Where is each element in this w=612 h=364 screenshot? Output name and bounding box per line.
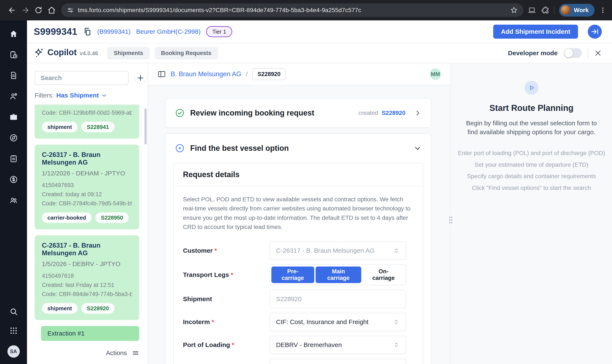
back-button[interactable] [6,4,19,17]
port-of-loading-value: DEBRV - Bremerhaven [276,341,342,349]
chevron-down-icon[interactable] [413,144,422,152]
select-chevrons-icon [393,319,400,325]
route-planning-title: Start Route Planning [451,103,612,113]
customer-select[interactable]: C-26317 - B. Braun Melsungen AG [270,241,406,260]
booking-card[interactable]: C-26317 - B. Braun Melsungen AG 1/12/202… [35,145,139,229]
booking-created: Created: today at 09:12 [42,191,132,198]
shipment-header: S9999341 (B9999341) Beurer GmbH(C-2998) … [27,20,612,43]
step-item: Click "Find vessel options" to start the… [457,184,606,192]
add-shipment-incident-button[interactable]: Add Shipment Incident [493,25,578,39]
actions-label: Actions [106,349,127,357]
task-title: Review incoming booking request [190,108,314,117]
find-vessel-task: Find the best vessel option Request deta… [165,133,431,364]
browser-menu-icon[interactable] [599,7,606,14]
breadcrumb-shipment-badge[interactable]: S228920 [253,68,286,80]
extraction-item[interactable]: Extraction #1 [41,326,139,341]
chevron-right-icon[interactable] [414,109,422,117]
sidebar-item-documents[interactable] [9,71,18,80]
panel-resize-handle[interactable] [448,214,454,225]
app-sidebar: SA [0,20,27,364]
sidebar-item-home[interactable] [9,29,18,38]
route-planning-intro: Begin by filling out the vessel selectio… [462,119,600,137]
vessel-task-header[interactable]: Find the best vessel option [166,134,431,162]
add-booking-request-button[interactable] [135,72,146,83]
sidebar-item-tasks[interactable] [9,154,18,163]
actions-row[interactable]: Actions [35,349,139,357]
plus-icon [137,74,144,81]
site-settings-icon[interactable] [67,7,74,14]
port-of-destination-select[interactable]: JPTYO - Tokyo [270,359,406,364]
media-device-icon[interactable] [528,6,536,14]
status-tag: shipment [42,303,78,314]
in-progress-icon [175,143,185,153]
forward-button[interactable] [19,4,32,17]
sidebar-item-finance[interactable] [9,175,18,184]
bookmark-star-icon[interactable] [510,6,518,14]
created-label: created [358,110,378,116]
close-icon[interactable] [594,49,602,57]
review-booking-task[interactable]: Review incoming booking request created … [165,98,431,128]
created-shipment-link[interactable]: S228920 [382,110,405,116]
step-item: Set your estimated time of departure (ET… [457,161,606,169]
url-text[interactable]: tms.forto.com/shipments/S9999341/documen… [78,7,510,13]
url-bar[interactable]: tms.forto.com/shipments/S9999341/documen… [61,3,523,17]
copy-icon[interactable] [83,27,92,36]
assignee-avatar[interactable]: MM [430,68,441,80]
incoterm-value: CIF: Cost, Insurance and Freight [276,318,369,325]
reload-icon [34,6,42,14]
sidebar-item-workspace[interactable] [9,113,18,121]
pre-carriage-button[interactable]: Pre-carriage [271,267,314,283]
route-planning-panel: Start Route Planning Begin by filling ou… [451,63,612,364]
browser-actions: Work [528,4,607,17]
scrollbar-thumb[interactable] [145,108,147,144]
on-carriage-button[interactable]: On-carriage [362,267,404,283]
booking-created: Created: last Friday at 12:51 [42,282,132,288]
breadcrumb-company-link[interactable]: B. Braun Melsungen AG [171,70,241,78]
main-carriage-button[interactable]: Main carriage [316,267,361,283]
port-of-loading-select[interactable]: DEBRV - Bremerhaven [270,336,406,354]
booking-link[interactable]: (B9999341) [97,28,131,35]
sidebar-search[interactable] [9,307,18,316]
filter-has-shipment[interactable]: Has Shipment [56,92,107,99]
home-button[interactable] [45,4,58,17]
compass-icon [9,134,18,142]
panel-toggle-icon[interactable] [158,70,166,78]
transport-legs-group: Pre-carriage Main carriage On-carriage [270,264,406,285]
reload-button[interactable] [32,4,45,17]
extensions-icon[interactable] [541,6,549,14]
incoterm-select[interactable]: CIF: Cost, Insurance and Freight [270,313,406,331]
collapse-panel-button[interactable] [588,25,602,39]
shipment-tag: S228950 [95,212,129,223]
shipment-input[interactable] [270,290,406,308]
tab-shipments[interactable]: Shipments [107,47,149,59]
required-marker: * [232,341,234,348]
browser-profile-button[interactable]: Work [559,4,595,17]
search-input[interactable] [35,71,129,85]
booking-card[interactable]: Code: CBR-129bbf9f-00d2-5969-ab5c-... sh… [35,105,139,139]
sidebar-item-operations[interactable] [9,92,18,101]
booking-ref: 4150497693 [42,182,132,189]
check-circle-icon [175,108,185,118]
booking-title: C-26317 - B. Braun Melsungen AG [42,151,132,166]
customer-value: C-26317 - B. Braun Melsungen AG [276,247,375,254]
tab-booking-requests[interactable]: Booking Requests [155,47,218,59]
toggle-knob [564,49,573,57]
request-details-title: Request details [173,163,423,186]
sidebar-item-explore[interactable] [9,133,18,142]
sidebar-item-pending-tasks[interactable] [9,50,18,59]
booking-card[interactable]: C-26317 - B. Braun Melsungen AG 1/5/2026… [35,235,139,320]
status-tag: shipment [42,122,78,132]
task-title: Find the best vessel option [190,144,289,153]
sidebar-item-team[interactable] [9,196,18,205]
customer-label: Customer* [183,247,270,254]
transport-legs-label: Transport Legs* [183,271,270,278]
document-icon [9,71,18,80]
shipment-label: Shipment [183,295,270,303]
user-avatar[interactable]: SA [7,345,20,358]
developer-mode-toggle[interactable] [564,48,582,58]
sidebar-apps[interactable] [9,326,18,335]
play-circle [524,81,538,95]
browser-window: tms.forto.com/shipments/S9999341/documen… [0,0,612,364]
main-panel: B. Braun Melsungen AG / S228920 MM Revie… [148,63,451,364]
customer-link[interactable]: Beurer GmbH(C-2998) [136,28,200,35]
